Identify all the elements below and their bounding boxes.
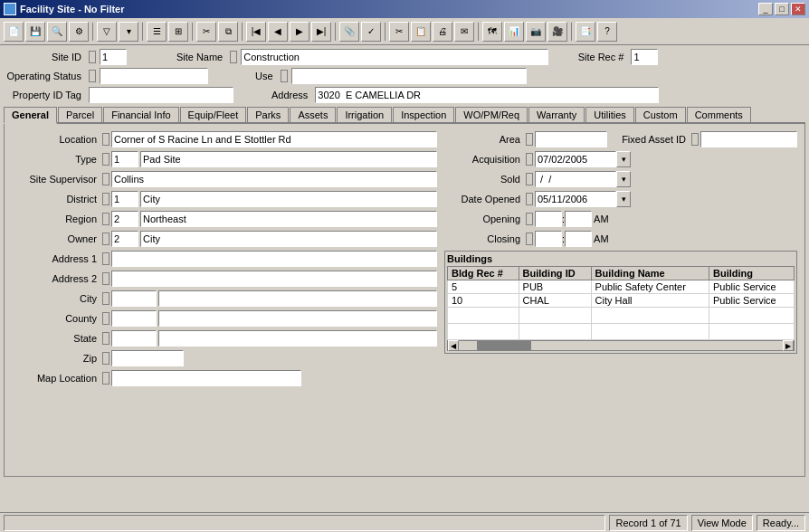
status-empty xyxy=(4,515,605,531)
state-input1[interactable] xyxy=(111,330,157,347)
site-id-input[interactable] xyxy=(100,49,127,65)
tab-assets[interactable]: Assets xyxy=(290,107,336,122)
site-id-indicator xyxy=(89,51,96,63)
minimize-button[interactable]: _ xyxy=(758,3,773,15)
date-opened-dropdown[interactable]: ▾ xyxy=(616,191,631,207)
county-input2[interactable] xyxy=(158,310,437,327)
scroll-right-btn[interactable]: ▶ xyxy=(783,340,794,351)
site-name-input[interactable] xyxy=(241,49,548,65)
nav-next-button[interactable]: ▶ xyxy=(290,22,309,42)
region-num-input[interactable] xyxy=(111,211,138,227)
tab-warranty[interactable]: Warranty xyxy=(528,107,585,122)
use-input[interactable] xyxy=(291,68,527,84)
address1-label: Address 1 xyxy=(12,253,102,264)
sold-input[interactable] xyxy=(535,171,616,187)
nav-prev-button[interactable]: ◀ xyxy=(268,22,288,42)
window-title: Facility Site - No Filter xyxy=(20,4,125,14)
toolbar: 📄 💾 🔍 ⚙ ▽ ▾ ☰ ⊞ ✂ ⧉ |◀ ◀ ▶ ▶| 📎 ✓ ✂ 📋 🖨 … xyxy=(0,18,809,45)
opening-min-input[interactable] xyxy=(565,211,592,227)
scroll-left-btn[interactable]: ◀ xyxy=(448,340,459,351)
filter-button[interactable]: ▽ xyxy=(97,22,117,42)
region-value-input[interactable] xyxy=(140,211,437,227)
cut-button[interactable]: ✂ xyxy=(389,22,409,42)
supervisor-label: Site Supervisor xyxy=(12,174,102,185)
closing-hour-input[interactable] xyxy=(535,231,562,247)
zip-input[interactable] xyxy=(111,350,184,366)
supervisor-indicator xyxy=(102,173,109,185)
copy-button[interactable]: ⧉ xyxy=(218,22,238,42)
buildings-hscroll[interactable]: ◀ ▶ xyxy=(447,340,795,351)
district-indicator xyxy=(102,193,109,205)
county-row: County xyxy=(12,310,437,327)
site-rec-input[interactable] xyxy=(631,49,658,65)
maximize-button[interactable]: □ xyxy=(775,3,789,15)
map-button[interactable]: 🗺 xyxy=(482,22,502,42)
cam-button[interactable]: 🎥 xyxy=(547,22,567,42)
city-input2[interactable] xyxy=(158,290,437,307)
tab-irrigation[interactable]: Irrigation xyxy=(337,107,392,122)
owner-value-input[interactable] xyxy=(140,231,437,247)
area-input[interactable] xyxy=(535,131,607,147)
tab-utilities[interactable]: Utilities xyxy=(585,107,633,122)
tab-inspection[interactable]: Inspection xyxy=(393,107,454,122)
location-input[interactable] xyxy=(111,131,437,147)
view2-button[interactable]: ⊞ xyxy=(168,22,188,42)
fixed-asset-input[interactable] xyxy=(700,131,797,147)
address1-input[interactable] xyxy=(111,251,437,267)
nav-first-button[interactable]: |◀ xyxy=(246,22,266,42)
date-opened-input[interactable] xyxy=(535,191,616,207)
window-controls: _ □ ✕ xyxy=(758,3,805,15)
new-button[interactable]: 📄 xyxy=(4,22,24,42)
report-button[interactable]: 📑 xyxy=(576,22,595,42)
acquisition-input[interactable] xyxy=(535,151,616,167)
help-button[interactable]: ? xyxy=(597,22,617,42)
email-button[interactable]: ✉ xyxy=(454,22,474,42)
sold-dropdown[interactable]: ▾ xyxy=(616,171,631,187)
tab-financial[interactable]: Financial Info xyxy=(103,107,178,122)
nav-last-button[interactable]: ▶| xyxy=(311,22,331,42)
district-row: District xyxy=(12,191,437,207)
attach-button[interactable]: 📎 xyxy=(339,22,359,42)
paste-button[interactable]: 📋 xyxy=(411,22,431,42)
closing-min-input[interactable] xyxy=(565,231,592,247)
op-status-input[interactable] xyxy=(100,68,208,84)
acquisition-dropdown[interactable]: ▾ xyxy=(616,151,631,167)
scissors-button[interactable]: ✂ xyxy=(196,22,216,42)
address2-input[interactable] xyxy=(111,271,437,287)
map-location-input[interactable] xyxy=(111,370,301,386)
prop-id-input[interactable] xyxy=(89,87,233,103)
owner-indicator xyxy=(102,233,109,245)
sold-row: Sold ▾ xyxy=(444,171,797,187)
tab-comments[interactable]: Comments xyxy=(687,107,751,122)
search-button[interactable]: 🔍 xyxy=(47,22,67,42)
district-value-input[interactable] xyxy=(140,191,437,207)
header-row-3: Property ID Tag Address xyxy=(4,87,805,103)
spell-button[interactable]: ✓ xyxy=(361,22,381,42)
address-input[interactable] xyxy=(315,87,659,103)
properties-button[interactable]: ⚙ xyxy=(69,22,89,42)
close-button[interactable]: ✕ xyxy=(791,3,805,15)
tab-wo[interactable]: WO/PM/Req xyxy=(455,107,528,122)
tab-parks[interactable]: Parks xyxy=(247,107,289,122)
tab-parcel[interactable]: Parcel xyxy=(58,107,102,122)
photo-button[interactable]: 📷 xyxy=(526,22,546,42)
save-button[interactable]: 💾 xyxy=(25,22,45,42)
type-num-input[interactable] xyxy=(111,151,138,167)
owner-num-input[interactable] xyxy=(111,231,138,247)
filter-dropdown-button[interactable]: ▾ xyxy=(119,22,138,42)
tab-custom[interactable]: Custom xyxy=(635,107,686,122)
district-num-input[interactable] xyxy=(111,191,138,207)
tab-equip[interactable]: Equip/Fleet xyxy=(180,107,247,122)
chart-button[interactable]: 📊 xyxy=(504,22,524,42)
county-input1[interactable] xyxy=(111,310,157,327)
print-button[interactable]: 🖨 xyxy=(433,22,452,42)
type-value-input[interactable] xyxy=(140,151,437,167)
state-input2[interactable] xyxy=(158,330,437,347)
table-row: 5 PUB Public Safety Center Public Servic… xyxy=(448,280,795,294)
city-input1[interactable] xyxy=(111,290,157,307)
supervisor-input[interactable] xyxy=(111,171,437,187)
opening-hour-input[interactable] xyxy=(535,211,562,227)
table-row-empty xyxy=(448,324,795,340)
tab-general[interactable]: General xyxy=(4,107,57,124)
view-button[interactable]: ☰ xyxy=(147,22,167,42)
